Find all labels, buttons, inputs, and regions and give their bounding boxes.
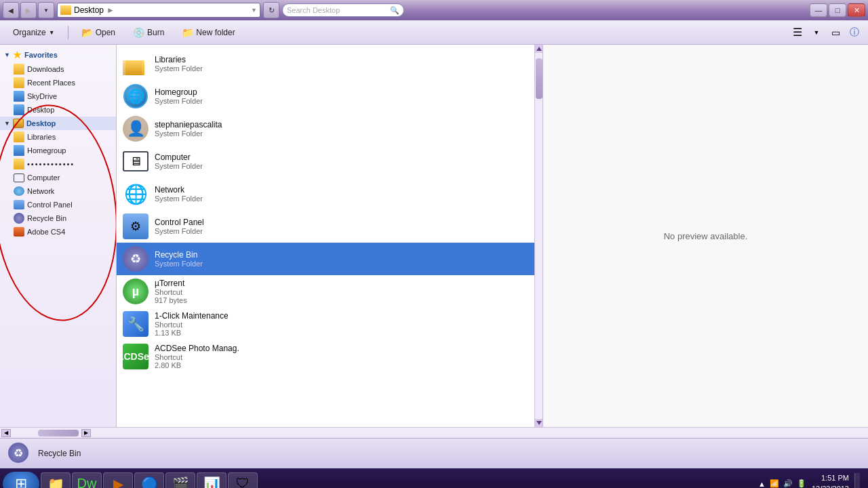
view-dropdown-button[interactable]: ▼	[808, 24, 825, 41]
homegroup-globe: 🌐	[123, 84, 148, 108]
content-item-recycle-bin[interactable]: ♻ Recycle Bin System Folder	[117, 243, 534, 275]
computer-details: Computer System Folder	[155, 152, 529, 170]
scroll-right-button[interactable]: ▶	[81, 429, 91, 437]
explorer-icon: 📁	[47, 476, 64, 489]
recent-button[interactable]: ▼	[38, 2, 54, 18]
window-controls: — □ ✕	[810, 3, 865, 17]
h-scroll-thumb[interactable]	[38, 430, 79, 436]
show-desktop-button[interactable]	[854, 473, 860, 489]
content-item-utorrent[interactable]: µ µTorrent Shortcut 917 bytes	[117, 275, 534, 308]
search-icon: 🔍	[390, 6, 399, 15]
open-button[interactable]: 📂 Open	[74, 23, 123, 42]
content-item-control-panel[interactable]: ⚙ Control Panel System Folder	[117, 210, 534, 243]
refresh-button[interactable]: ↻	[263, 2, 279, 18]
task6-icon: 📊	[203, 476, 220, 489]
content-item-homegroup[interactable]: 🌐 Homegroup System Folder	[117, 80, 534, 113]
acdsee-big-icon: ACDSee	[122, 343, 149, 370]
address-bar[interactable]: Desktop ► ▼	[57, 3, 260, 18]
1click-big-icon: 🔧	[122, 310, 149, 338]
nav-buttons: ◀ ▶ ▼	[3, 2, 54, 18]
content-item-stephaniepascalita[interactable]: 👤 stephaniepascalita System Folder	[117, 113, 534, 145]
taskbar-item-wmp[interactable]: 🎬	[165, 472, 195, 489]
organize-button[interactable]: Organize ▼	[5, 23, 62, 42]
utorrent-size: 917 bytes	[155, 296, 529, 304]
scroll-left-button[interactable]: ◀	[1, 429, 11, 437]
forward-button[interactable]: ▶	[20, 2, 37, 18]
status-bar: ♻ Recycle Bin	[0, 438, 868, 468]
view-list-button[interactable]: ☰	[789, 24, 806, 41]
maximize-button[interactable]: □	[829, 3, 846, 17]
tray-battery-icon: 🔋	[797, 479, 806, 488]
taskbar-item-explorer[interactable]: 📁	[41, 472, 71, 489]
taskbar-item-dreamweaver[interactable]: Dw	[72, 472, 102, 489]
help-button[interactable]: ⓘ	[846, 24, 863, 41]
taskbar-item-task6[interactable]: 📊	[197, 472, 226, 489]
clock[interactable]: 1:51 PM 12/23/2013	[812, 473, 849, 488]
up-arrow-icon	[536, 47, 542, 51]
recycle-bin-icon-display: ♻	[123, 246, 149, 272]
content-item-computer[interactable]: 🖥 Computer System Folder	[117, 145, 534, 178]
sidebar-item-adobe-cs4[interactable]: Adobe CS4	[0, 225, 116, 239]
control-panel-icon-display: ⚙	[123, 214, 149, 239]
minimize-button[interactable]: —	[810, 3, 827, 17]
content-item-network[interactable]: 🌐 Network System Folder	[117, 178, 534, 210]
status-label: Recycle Bin	[38, 449, 81, 458]
new-folder-button[interactable]: 📁 New folder	[174, 23, 242, 42]
sidebar-item-downloads[interactable]: Downloads	[0, 62, 116, 76]
preview-pane-button[interactable]: ▭	[827, 24, 844, 41]
folder-icon	[60, 5, 71, 15]
recycle-bin-nav-icon	[14, 213, 24, 224]
vertical-scrollbar[interactable]	[534, 45, 542, 427]
toolbar: Organize ▼ 📂 Open 💿 Burn 📁 New folder ☰ …	[0, 20, 868, 45]
recent-places-label: Recent Places	[27, 79, 75, 87]
skydrive-label: SkyDrive	[27, 92, 57, 100]
sidebar-item-masked[interactable]: ••••••••••••	[0, 157, 116, 171]
content-item-1click[interactable]: 🔧 1-Click Maintenance Shortcut 1.13 KB	[117, 308, 534, 340]
address-dropdown[interactable]: ▼	[251, 7, 257, 14]
content-list: Libraries System Folder 🌐 Homegroup Syst…	[117, 45, 534, 375]
desktop-fav-icon	[14, 104, 24, 115]
computer-big-icon: 🖥	[122, 148, 149, 175]
close-button[interactable]: ✕	[848, 3, 865, 17]
sidebar-item-desktop-fav[interactable]: Desktop	[0, 103, 116, 117]
stephaniepascalita-big-icon: 👤	[122, 115, 149, 142]
libraries-nav-icon	[14, 131, 24, 142]
content-item-libraries[interactable]: Libraries System Folder	[117, 47, 534, 80]
back-button[interactable]: ◀	[3, 2, 19, 18]
favorites-arrow: ▼	[4, 52, 10, 58]
recycle-bin-type: System Folder	[155, 260, 529, 268]
downloads-label: Downloads	[27, 65, 64, 73]
search-box[interactable]: Search Desktop 🔍	[282, 3, 404, 17]
sidebar-item-computer[interactable]: Computer	[0, 171, 116, 184]
sidebar-item-recent-places[interactable]: Recent Places	[0, 76, 116, 89]
sidebar-item-homegroup[interactable]: Homegroup	[0, 144, 116, 157]
no-preview-text: No preview available.	[664, 231, 748, 241]
1click-type: Shortcut	[155, 321, 529, 329]
sidebar-desktop-header[interactable]: ▼ Desktop	[0, 117, 116, 130]
sidebar-item-control-panel[interactable]: Control Panel	[0, 198, 116, 211]
acdsee-symbol: ACDSee	[117, 351, 154, 362]
sidebar-item-libraries[interactable]: Libraries	[0, 130, 116, 144]
control-panel-nav-label: Control Panel	[27, 201, 73, 209]
libraries-name: Libraries	[155, 55, 529, 64]
taskbar-item-media[interactable]: ▶	[103, 472, 133, 489]
horizontal-scrollbar[interactable]: ◀ ▶	[0, 427, 868, 438]
sidebar-favorites-header[interactable]: ▼ ★ Favorites	[0, 47, 116, 62]
network-nav-label: Network	[27, 187, 54, 195]
start-button[interactable]: ⊞	[3, 472, 39, 489]
taskbar-item-chrome[interactable]: 🔵	[134, 472, 164, 489]
tray-arrow[interactable]: ▲	[758, 480, 766, 488]
masked-nav-icon	[14, 159, 24, 169]
sidebar-item-network[interactable]: Network	[0, 184, 116, 198]
sidebar-item-recycle-bin-nav[interactable]: Recycle Bin	[0, 211, 116, 225]
burn-button[interactable]: 💿 Burn	[125, 23, 172, 42]
content-item-acdsee[interactable]: ACDSee ACDSee Photo Manag. Shortcut 2.80…	[117, 340, 534, 373]
desktop-fav-label: Desktop	[27, 106, 54, 114]
acdsee-name: ACDSee Photo Manag.	[155, 344, 529, 353]
taskbar-item-shield[interactable]: 🛡	[228, 472, 258, 489]
computer-nav-icon	[14, 174, 24, 182]
desktop-arrow: ▼	[4, 120, 10, 127]
scroll-thumb[interactable]	[536, 58, 542, 99]
sidebar-item-skydrive[interactable]: SkyDrive	[0, 89, 116, 103]
title-bar: ◀ ▶ ▼ Desktop ► ▼ ↻ Search Desktop 🔍 — □…	[0, 0, 868, 20]
